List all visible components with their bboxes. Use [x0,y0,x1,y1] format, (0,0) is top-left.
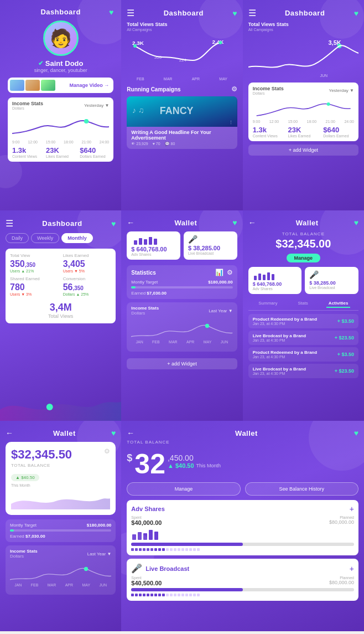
manage-button-8[interactable]: Manage [127,482,240,496]
big-chart: 2,3K 305 224 2,4K [127,34,237,73]
views-stats-sub: All Campaigns [127,28,237,32]
menu-icon[interactable]: ☰ [127,8,134,18]
live-broadcast-plus[interactable]: + [350,564,354,573]
month-labels: FEBMARAPRMAY [127,77,237,81]
adv-label: Adv Shares [131,252,176,256]
screen-5-header: ← Wallet ♥ [127,218,237,227]
screen-8-header: ← Wallet ♥ [127,429,358,437]
campaign-figures: ⋮ [229,120,233,125]
campaign-img: ♪ ♫ FANCY ⋮ [127,96,237,127]
screen-1-title: Dashboard [40,8,80,16]
svg-rect-31 [149,530,153,540]
activity-item-4: Live Brodcast by a Brand Jan 23, at 4:30… [248,364,358,378]
action-buttons: Manage See Balance History [127,482,358,496]
filter-daily[interactable]: Daily [6,233,29,243]
menu-icon-3[interactable]: ☰ [248,8,256,18]
isc-header: Income Stats Dollars Yesterday ▼ [253,86,354,95]
campaign-title: Writing A Good Headline For Your Adverti… [131,130,232,141]
screen-6-title: Wallet [261,219,354,227]
tab-summary[interactable]: Summary [256,300,279,308]
adv-progress-bg [131,543,354,546]
campaign-card: ♪ ♫ FANCY ⋮ Writing A Good Headline For … [127,96,237,149]
manage-video-button[interactable]: Manage Video → [65,80,113,90]
stats-row: 1.3k Content Views 23K Likes Earned $640… [12,146,109,158]
wallet-card-live: 🎤 $ 38,285.00 Live Broadcast [184,231,237,260]
total-balance-label-8: TOTAL BALANCE [127,440,358,445]
this-month-8: This Month [196,463,221,468]
svg-point-21 [205,324,209,328]
live-broadcast-title: Live Broadcast [145,565,189,572]
gear-icon-2[interactable]: ⚙ [231,85,237,93]
manage-button-6[interactable]: Manage [287,254,321,262]
adv-shares-header: Adv Shares + [131,504,354,513]
mic-icon-8: 🎤 [131,563,142,574]
add-widget-button-5[interactable]: + add Widget [127,358,237,369]
svg-text:2,4K: 2,4K [212,39,225,45]
back-icon-7[interactable]: ← [6,429,13,437]
adv-shares-plus[interactable]: + [350,504,354,513]
stat-value-1: 1.3k [12,146,41,154]
yesterday-dropdown[interactable]: Yesterday ▼ [84,103,109,108]
total-balance-label: TOTAL BALANCE [248,231,358,236]
wave-decoration [0,377,121,421]
svg-point-27 [84,567,88,571]
activity-item-3: Product Redeemed by a Brand Jan 23, at 4… [248,347,358,362]
live-broadcast-header: 🎤 Live Broadcast + [131,563,354,574]
isc-title-wrap: Income Stats Dollars [253,86,284,95]
last-year-dropdown-7[interactable]: Last Year ▼ [87,549,112,559]
thumb-2 [25,80,40,91]
filter-weekly[interactable]: Weekly [31,233,59,243]
bar-chart-icon[interactable]: 📊 [215,269,223,276]
adv-dots [131,548,354,551]
heart-icon-8: ♥ [354,429,358,437]
heart-icon-4: ♥ [111,219,116,228]
screen-2-header: ☰ Dashboard ♥ [127,8,237,18]
back-icon-6[interactable]: ← [248,218,256,227]
screen-dashboard-charts: ☰ Dashboard ♥ Total Views Stats All Camp… [121,0,242,210]
svg-rect-17 [139,238,142,245]
heart-icon-6: ♥ [354,218,358,227]
add-widget-button-3[interactable]: + add Widget [248,145,358,156]
svg-point-15 [46,404,53,410]
heart-icon-3: ♥ [354,9,358,18]
mic-icon: 🎤 [188,235,233,244]
balance-sublabel: TOTAL BALANCE [11,463,110,468]
metrics-grid: Total View 350,350 Users ▲ 21% Likes Ear… [6,249,116,323]
target-row: Montly Target $180,000.00 [131,280,232,285]
mic-icon-6: 🎤 [309,270,354,279]
live-broadcast-card: 🎤 Live Broadcast + Spent $40,500.00 Plan… [127,559,358,601]
s3-views-sub: All Campaigns [248,28,358,32]
month-badge: ▲ $40.50 [11,474,39,481]
yesterday-dropdown-3[interactable]: Yesterday ▼ [329,86,354,95]
adv-bar-chart [131,528,354,541]
svg-rect-25 [267,272,270,280]
gear-icon-7[interactable]: ⚙ [104,447,110,455]
balance-wave [11,487,110,509]
live-progress-fill [131,588,242,591]
filter-monthly[interactable]: Monthly [61,233,93,243]
menu-icon-4[interactable]: ☰ [6,218,13,229]
screen-3-title: Dashboard [259,9,351,17]
activity-item-1: Product Redeemed by a Brand Jan 23, at 4… [248,314,358,328]
screen-wallet-5: ← Wallet ♥ $ 640,768.00 Adv Shares 🎤 $ 3… [121,210,242,421]
target-prog-bg-7 [10,529,111,532]
month-change-8: ▲ $40.50 [168,462,194,469]
tab-activities[interactable]: Activities [326,300,351,308]
gear-icon-5[interactable]: ⚙ [227,269,233,276]
this-month-label: This Month [11,483,110,487]
metrics-row-1: Total View 350,350 Users ▲ 21% Likes Ear… [10,253,111,273]
adv-progress-fill [131,543,242,546]
back-icon-8[interactable]: ← [127,429,134,437]
total-balance-amount: $32,345.00 [248,238,358,250]
tab-stats[interactable]: Stats [296,300,310,308]
see-history-button[interactable]: See Balance History [245,482,358,496]
income-subtitle: Dollars [12,106,43,110]
income-chart-7 [10,561,111,583]
back-icon-5[interactable]: ← [127,218,134,227]
last-year-dropdown-5[interactable]: Last Year ▼ [209,306,233,316]
live-label: Live Broadcast [188,251,233,255]
svg-point-5 [133,44,137,48]
manage-video-bar: Manage Video → [8,78,113,93]
big-balance-wrap: $ 32 ,450.00 ▲ $40.50 This Month [127,445,358,482]
balance-main: $32,345.50 [11,447,110,462]
